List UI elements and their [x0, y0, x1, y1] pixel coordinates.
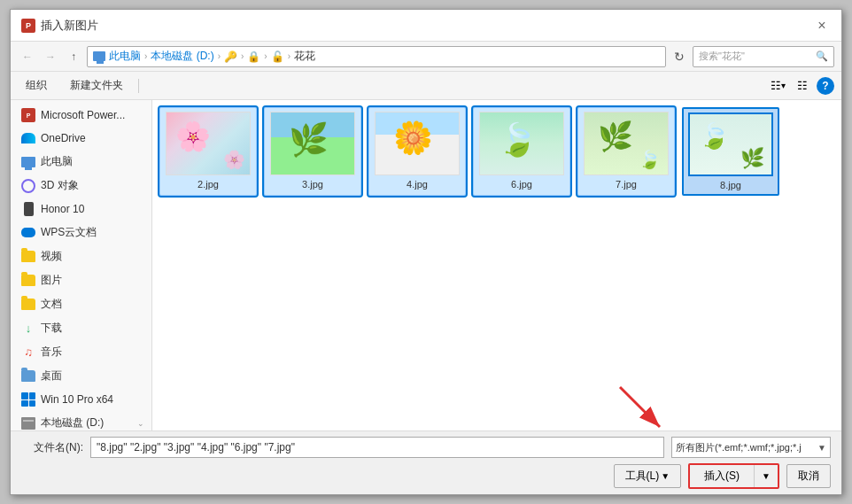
search-box[interactable]: 搜索"花花" 🔍 — [693, 46, 834, 67]
file-grid: 2.jpg 3.jpg 4.jpg 6.jpg — [152, 100, 841, 430]
main-content: P Microsoft Power... OneDrive 此电脑 — [11, 100, 841, 430]
breadcrumb: 此电脑 › 本地磁盘 (D:) › 🔑 › 🔒 › 🔓 › 花花 — [87, 46, 666, 67]
file-item-2[interactable]: 2.jpg — [159, 107, 257, 196]
file-name-8: 8.jpg — [720, 180, 741, 190]
file-item-8[interactable]: 8.jpg — [682, 107, 779, 196]
video-icon — [21, 250, 35, 264]
file-thumbnail-6 — [479, 112, 564, 175]
sidebar-download-label: 下载 — [41, 321, 62, 336]
windows-icon — [21, 392, 35, 407]
download-icon: ↓ — [21, 322, 35, 336]
sidebar-item-video[interactable]: 视频 — [11, 244, 151, 268]
file-item-7[interactable]: 7.jpg — [577, 107, 675, 196]
breadcrumb-current: 花花 — [294, 49, 315, 64]
dialog-title: 插入新图片 — [41, 18, 98, 34]
ppt-title-icon: P — [21, 19, 35, 33]
back-button[interactable]: ← — [18, 47, 37, 66]
filetype-select[interactable]: 所有图片(*.emf;*.wmf;*.jpg;*.j ▼ — [671, 437, 831, 458]
sidebar-winpro-label: Win 10 Pro x64 — [41, 393, 113, 406]
nav-bar: ← → ↑ 此电脑 › 本地磁盘 (D:) › 🔑 › 🔒 › 🔓 › 花花 ↻… — [11, 42, 841, 72]
file-thumbnail-4 — [375, 112, 460, 175]
filename-row: 文件名(N): 所有图片(*.emf;*.wmf;*.jpg;*.j ▼ — [21, 437, 831, 458]
insert-image-dialog: P 插入新图片 × ← → ↑ 此电脑 › 本地磁盘 (D:) › 🔑 › 🔒 … — [10, 9, 842, 495]
sidebar-disk-label: 本地磁盘 (D:) — [41, 415, 104, 430]
organize-button[interactable]: 组织 — [18, 75, 55, 96]
help-button[interactable]: ? — [817, 77, 834, 95]
pics-icon — [21, 274, 35, 288]
view-toggle-button[interactable]: ☷ ▾ — [767, 75, 788, 97]
sidebar-item-phone[interactable]: Honor 10 — [11, 198, 151, 221]
thumb-6 — [480, 112, 563, 174]
tools-chevron-icon: ▼ — [661, 471, 670, 481]
file-name-6: 6.jpg — [511, 179, 532, 190]
file-item-3[interactable]: 3.jpg — [264, 107, 361, 196]
filetype-text: 所有图片(*.emf;*.wmf;*.jpg;*.j — [676, 441, 802, 454]
breadcrumb-sep3: › — [241, 51, 244, 61]
thumb-8 — [690, 114, 771, 174]
new-folder-button[interactable]: 新建文件夹 — [62, 75, 131, 96]
title-bar: P 插入新图片 × — [11, 10, 841, 42]
cancel-button[interactable]: 取消 — [786, 464, 831, 488]
thumb-7 — [585, 112, 668, 174]
breadcrumb-icon1: 🔑 — [224, 50, 237, 63]
sidebar-item-download[interactable]: ↓ 下载 — [11, 316, 151, 340]
breadcrumb-icon2: 🔒 — [247, 50, 260, 63]
insert-dropdown-arrow-icon: ▼ — [762, 471, 771, 481]
refresh-button[interactable]: ↻ — [670, 47, 689, 66]
file-thumbnail-2 — [166, 112, 251, 175]
computer-nav-icon — [93, 51, 105, 61]
view-grid-icon: ☷ — [771, 79, 781, 92]
sidebar-item-pics[interactable]: 图片 — [11, 268, 151, 292]
filename-input[interactable] — [90, 437, 664, 458]
phone-icon — [21, 202, 35, 216]
3d-icon — [21, 179, 35, 193]
sidebar-ppt-label: Microsoft Power... — [41, 109, 125, 121]
sidebar-item-onedrive[interactable]: OneDrive — [11, 127, 151, 150]
up-button[interactable]: ↑ — [64, 47, 83, 66]
sidebar-phone-label: Honor 10 — [41, 203, 84, 215]
file-item-6[interactable]: 6.jpg — [473, 107, 570, 196]
help-icon: ? — [822, 80, 828, 92]
search-icon: 🔍 — [816, 50, 828, 62]
disk-icon — [21, 416, 35, 430]
toolbar: 组织 新建文件夹 ☷ ▾ ☷ ? — [11, 72, 841, 100]
pane-button[interactable]: ☷ — [792, 75, 813, 97]
sidebar-computer-label: 此电脑 — [41, 154, 73, 169]
sidebar-onedrive-label: OneDrive — [41, 132, 86, 144]
close-button[interactable]: × — [813, 17, 831, 35]
sidebar: P Microsoft Power... OneDrive 此电脑 — [11, 100, 152, 430]
sidebar-item-3d[interactable]: 3D 对象 — [11, 174, 151, 198]
sidebar-item-docs[interactable]: 文档 — [11, 292, 151, 316]
search-placeholder: 搜索"花花" — [699, 50, 745, 63]
insert-button-group: 插入(S) ▼ — [688, 463, 779, 489]
wps-icon — [21, 226, 35, 240]
thumb-4 — [376, 112, 459, 174]
toolbar-right: ☷ ▾ ☷ ? — [767, 75, 834, 97]
sidebar-item-desktop[interactable]: 桌面 — [11, 364, 151, 388]
breadcrumb-sep5: › — [288, 51, 290, 61]
file-item-4[interactable]: 4.jpg — [368, 107, 466, 196]
file-thumbnail-8 — [688, 112, 773, 176]
sidebar-expand-icon: ⌄ — [137, 419, 144, 428]
tools-button[interactable]: 工具(L) ▼ — [614, 464, 682, 488]
file-name-4: 4.jpg — [407, 179, 428, 190]
sidebar-video-label: 视频 — [41, 249, 62, 264]
insert-button[interactable]: 插入(S) — [690, 465, 755, 487]
ppt-icon: P — [21, 108, 35, 122]
sidebar-item-winpro[interactable]: Win 10 Pro x64 — [11, 388, 151, 411]
sidebar-docs-label: 文档 — [41, 297, 62, 312]
breadcrumb-sep1: › — [144, 51, 147, 61]
file-name-3: 3.jpg — [302, 179, 323, 190]
sidebar-item-ppt[interactable]: P Microsoft Power... — [11, 104, 151, 127]
breadcrumb-disk[interactable]: 本地磁盘 (D:) — [151, 49, 213, 64]
sidebar-item-music[interactable]: ♫ 音乐 — [11, 340, 151, 364]
sidebar-wps-label: WPS云文档 — [41, 225, 97, 240]
sidebar-item-wps[interactable]: WPS云文档 — [11, 221, 151, 244]
forward-button[interactable]: → — [41, 47, 60, 66]
insert-dropdown-button[interactable]: ▼ — [755, 465, 778, 487]
sidebar-item-computer[interactable]: 此电脑 — [11, 150, 151, 174]
docs-icon — [21, 298, 35, 312]
sidebar-item-disk[interactable]: 本地磁盘 (D:) ⌄ — [11, 411, 151, 430]
file-name-7: 7.jpg — [616, 179, 637, 190]
breadcrumb-computer[interactable]: 此电脑 — [109, 49, 141, 64]
